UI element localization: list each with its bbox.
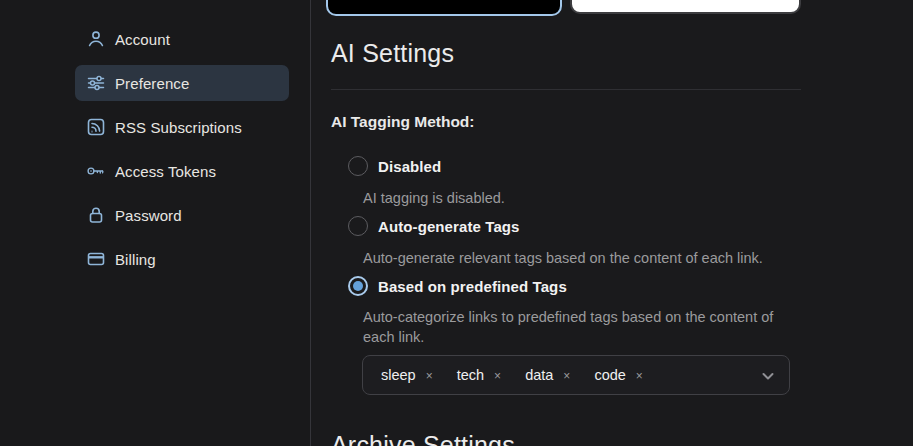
- rss-icon: [86, 117, 106, 137]
- tag-chip: sleep ×: [381, 367, 433, 383]
- ai-tagging-method-label: AI Tagging Method:: [331, 113, 475, 131]
- tag-chip-list: sleep × tech × data × code ×: [381, 367, 643, 383]
- radio-button[interactable]: [348, 156, 368, 176]
- tag-remove-icon[interactable]: ×: [636, 369, 643, 383]
- archive-settings-heading: Archive Settings: [331, 431, 515, 446]
- tag-chip: data ×: [525, 367, 570, 383]
- lock-icon: [86, 205, 106, 225]
- radio-button[interactable]: [348, 276, 368, 296]
- key-icon: [86, 161, 106, 181]
- tag-remove-icon[interactable]: ×: [563, 369, 570, 383]
- tag-chip: tech ×: [457, 367, 501, 383]
- sidebar-item-label: Password: [115, 207, 182, 224]
- sidebar-item-label: Billing: [115, 251, 156, 268]
- tag-chip-label: tech: [457, 367, 484, 383]
- sidebar-item-billing[interactable]: Billing: [75, 241, 289, 277]
- radio-option-disabled[interactable]: Disabled: [348, 156, 441, 176]
- radio-option-predefined-tags[interactable]: Based on predefined Tags: [348, 276, 567, 296]
- sliders-icon: [86, 73, 106, 93]
- sidebar-item-preference[interactable]: Preference: [75, 65, 289, 101]
- dark-theme-card[interactable]: [326, 0, 562, 16]
- sidebar-item-rss-subscriptions[interactable]: RSS Subscriptions: [75, 109, 289, 145]
- light-theme-card[interactable]: [570, 0, 801, 14]
- sidebar-divider: [310, 0, 311, 446]
- radio-option-label: Based on predefined Tags: [378, 278, 567, 295]
- sidebar-item-label: Preference: [115, 75, 189, 92]
- radio-button[interactable]: [348, 216, 368, 236]
- sidebar-item-access-tokens[interactable]: Access Tokens: [75, 153, 289, 189]
- sidebar-item-account[interactable]: Account: [75, 21, 289, 57]
- radio-option-description: Auto-categorize links to predefined tags…: [363, 307, 787, 347]
- chevron-down-icon[interactable]: [760, 368, 776, 384]
- radio-option-description: AI tagging is disabled.: [363, 188, 505, 208]
- tag-chip-label: code: [594, 367, 625, 383]
- predefined-tags-select[interactable]: sleep × tech × data × code ×: [362, 355, 790, 395]
- tag-chip: code ×: [594, 367, 642, 383]
- radio-dot: [353, 281, 363, 291]
- tag-chip-label: data: [525, 367, 553, 383]
- radio-option-auto-generate[interactable]: Auto-generate Tags: [348, 216, 520, 236]
- sidebar-item-password[interactable]: Password: [75, 197, 289, 233]
- radio-dot: [353, 221, 363, 231]
- sidebar-nav: Account Preference: [75, 21, 289, 277]
- radio-option-label: Auto-generate Tags: [378, 218, 520, 235]
- user-icon: [86, 29, 106, 49]
- credit-card-icon: [86, 249, 106, 269]
- radio-option-label: Disabled: [378, 158, 441, 175]
- radio-option-description: Auto-generate relevant tags based on the…: [363, 248, 763, 268]
- settings-sidebar: Account Preference: [0, 0, 310, 446]
- sidebar-item-label: RSS Subscriptions: [115, 119, 242, 136]
- section-divider: [331, 89, 801, 90]
- ai-settings-heading: AI Settings: [331, 39, 454, 68]
- sidebar-item-label: Access Tokens: [115, 163, 216, 180]
- radio-dot: [353, 161, 363, 171]
- tag-chip-label: sleep: [381, 367, 416, 383]
- tag-remove-icon[interactable]: ×: [494, 369, 501, 383]
- tag-remove-icon[interactable]: ×: [426, 369, 433, 383]
- sidebar-item-label: Account: [115, 31, 170, 48]
